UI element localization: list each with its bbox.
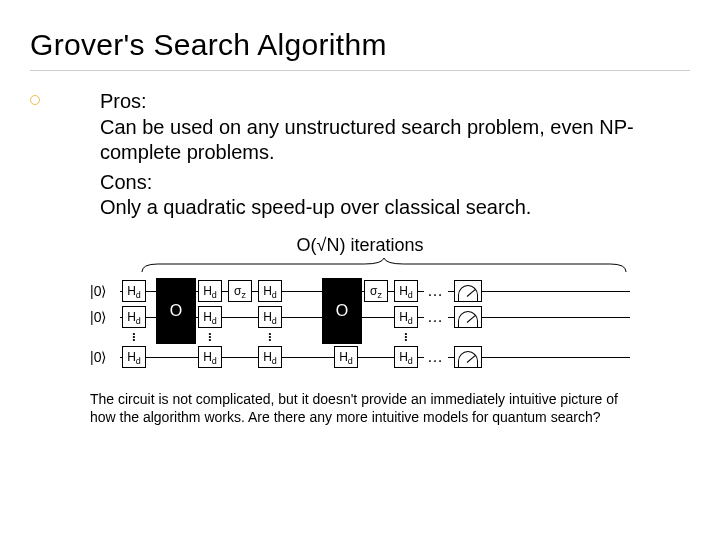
- hadamard-gate: Hd: [122, 346, 146, 368]
- measurement-icon: [454, 346, 482, 368]
- cons-label: Cons:: [100, 171, 152, 193]
- hadamard-gate: Hd: [258, 306, 282, 328]
- pros-label: Pros:: [100, 90, 147, 112]
- pros-block: Pros: Can be used on any unstructured se…: [30, 89, 690, 221]
- ellipsis: …: [424, 308, 448, 326]
- hadamard-gate: Hd: [198, 346, 222, 368]
- hadamard-gate: Hd: [394, 346, 418, 368]
- hadamard-gate: Hd: [122, 280, 146, 302]
- pros-text: Can be used on any unstructured search p…: [100, 116, 634, 164]
- hadamard-gate: Hd: [394, 280, 418, 302]
- ket-label: |0⟩: [90, 309, 120, 325]
- caption-text: The circuit is not complicated, but it d…: [90, 390, 630, 426]
- vdots-icon: •••: [198, 332, 222, 341]
- hadamard-gate: Hd: [334, 346, 358, 368]
- vdots-icon: •••: [122, 332, 146, 341]
- hadamard-gate: Hd: [394, 306, 418, 328]
- hadamard-gate: Hd: [122, 306, 146, 328]
- slide-title: Grover's Search Algorithm: [30, 28, 690, 71]
- ket-label: |0⟩: [90, 283, 120, 299]
- ellipsis: …: [424, 348, 448, 366]
- hadamard-gate: Hd: [198, 306, 222, 328]
- hadamard-gate: Hd: [258, 280, 282, 302]
- hadamard-gate: Hd: [198, 280, 222, 302]
- measurement-icon: [454, 280, 482, 302]
- iterations-label: O(√N) iterations: [30, 235, 690, 256]
- vdots-icon: •••: [394, 332, 418, 341]
- oracle-box-2: O: [322, 278, 362, 344]
- vdots-icon: •••: [258, 332, 282, 341]
- ellipsis: …: [424, 282, 448, 300]
- oracle-box-1: O: [156, 278, 196, 344]
- qubit-row-n: |0⟩ Hd Hd Hd Hd Hd …: [90, 344, 630, 370]
- brace-icon: [138, 258, 630, 274]
- cons-text: Only a quadratic speed-up over classical…: [100, 196, 531, 218]
- circuit-diagram: O O |0⟩ Hd Hd σz Hd Hd σz Hd … |0⟩ Hd Hd…: [90, 278, 630, 370]
- sigma-z-gate: σz: [364, 280, 388, 302]
- sigma-z-gate: σz: [228, 280, 252, 302]
- bullet-icon: [30, 95, 40, 105]
- ket-label: |0⟩: [90, 349, 120, 365]
- measurement-icon: [454, 306, 482, 328]
- hadamard-gate: Hd: [258, 346, 282, 368]
